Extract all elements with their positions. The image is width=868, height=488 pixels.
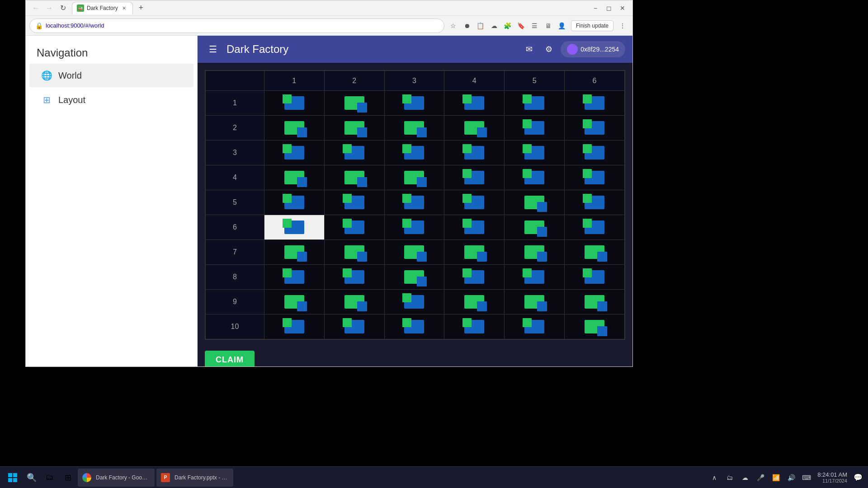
grid-cell-7-3[interactable]: [384, 240, 444, 265]
grid-cell-1-6[interactable]: [565, 91, 625, 116]
taskbar-mic-icon[interactable]: 🎤: [754, 471, 767, 484]
grid-cell-2-1[interactable]: [264, 116, 324, 141]
grid-cell-8-6[interactable]: [565, 265, 625, 290]
grid-cell-3-3[interactable]: [384, 141, 444, 165]
notification-button[interactable]: 💬: [852, 471, 864, 484]
toolbar-icon-5[interactable]: 🔖: [515, 19, 528, 32]
taskbar-cloud-icon[interactable]: ☁: [739, 471, 751, 484]
wallet-button[interactable]: 0x8f29...2254: [561, 41, 625, 57]
tab-close-button[interactable]: ✕: [121, 5, 128, 12]
grid-cell-6-4[interactable]: [444, 215, 505, 240]
restore-button[interactable]: ◻: [603, 2, 615, 14]
grid-cell-10-1[interactable]: [264, 314, 324, 339]
taskbar-clock[interactable]: 8:24:01 AM 11/17/2024: [816, 471, 849, 483]
grid-cell-9-6[interactable]: [565, 290, 625, 314]
taskbar-files-sys-icon[interactable]: 🗂: [723, 471, 736, 484]
grid-cell-9-5[interactable]: [505, 290, 565, 314]
grid-cell-3-4[interactable]: [444, 141, 505, 165]
grid-cell-9-3[interactable]: [384, 290, 444, 314]
taskbar-network-icon[interactable]: 📶: [769, 471, 782, 484]
taskbar-pptx-app[interactable]: P Dark Factory.pptx - Pow: [156, 469, 233, 487]
toolbar-icon-6[interactable]: ☰: [528, 19, 541, 32]
grid-cell-2-4[interactable]: [444, 116, 505, 141]
grid-cell-10-2[interactable]: [324, 314, 384, 339]
minimize-button[interactable]: −: [589, 2, 602, 14]
grid-cell-6-5[interactable]: [505, 215, 565, 240]
settings-button[interactable]: ⚙: [541, 41, 557, 57]
toolbar-icon-2[interactable]: 📋: [474, 19, 487, 32]
grid-cell-4-6[interactable]: [565, 165, 625, 190]
grid-cell-6-6[interactable]: [565, 215, 625, 240]
grid-cell-7-2[interactable]: [324, 240, 384, 265]
grid-cell-5-1[interactable]: [264, 190, 324, 215]
grid-cell-9-1[interactable]: [264, 290, 324, 314]
forward-button[interactable]: →: [43, 2, 56, 14]
grid-cell-5-3[interactable]: [384, 190, 444, 215]
claim-button[interactable]: CLAIM: [205, 351, 255, 366]
grid-cell-7-5[interactable]: [505, 240, 565, 265]
grid-cell-7-4[interactable]: [444, 240, 505, 265]
browser-tab[interactable]: 🏭 Dark Factory ✕: [72, 2, 133, 14]
grid-cell-8-1[interactable]: [264, 265, 324, 290]
taskbar-tasks-icon[interactable]: ⊞: [60, 469, 76, 486]
grid-cell-4-2[interactable]: [324, 165, 384, 190]
grid-cell-8-4[interactable]: [444, 265, 505, 290]
grid-cell-1-1[interactable]: [264, 91, 324, 116]
grid-cell-8-3[interactable]: [384, 265, 444, 290]
grid-cell-5-4[interactable]: [444, 190, 505, 215]
grid-cell-5-5[interactable]: [505, 190, 565, 215]
taskbar-files-icon[interactable]: 🗂: [42, 469, 58, 486]
grid-cell-6-1[interactable]: [264, 215, 324, 240]
toolbar-icon-7[interactable]: 🖥: [542, 19, 555, 32]
grid-cell-9-4[interactable]: [444, 290, 505, 314]
new-tab-button[interactable]: +: [135, 2, 147, 14]
profile-icon-btn[interactable]: 👤: [556, 19, 568, 32]
grid-cell-10-3[interactable]: [384, 314, 444, 339]
start-button[interactable]: [4, 469, 22, 487]
grid-cell-4-1[interactable]: [264, 165, 324, 190]
taskbar-sound-icon[interactable]: 🔊: [785, 471, 797, 484]
toolbar-icon-3[interactable]: ☁: [488, 19, 500, 32]
grid-cell-6-2[interactable]: [324, 215, 384, 240]
finish-update-button[interactable]: Finish update: [571, 20, 613, 31]
hamburger-button[interactable]: ☰: [205, 41, 221, 57]
grid-cell-1-2[interactable]: [324, 91, 384, 116]
grid-cell-6-3[interactable]: [384, 215, 444, 240]
grid-cell-2-3[interactable]: [384, 116, 444, 141]
email-button[interactable]: ✉: [521, 41, 537, 57]
grid-cell-3-5[interactable]: [505, 141, 565, 165]
grid-cell-5-6[interactable]: [565, 190, 625, 215]
grid-cell-4-3[interactable]: [384, 165, 444, 190]
grid-cell-9-2[interactable]: [324, 290, 384, 314]
grid-cell-4-5[interactable]: [505, 165, 565, 190]
grid-cell-10-6[interactable]: [565, 314, 625, 339]
toolbar-icon-1[interactable]: ⏺: [461, 19, 473, 32]
grid-cell-5-2[interactable]: [324, 190, 384, 215]
grid-cell-3-2[interactable]: [324, 141, 384, 165]
grid-cell-8-2[interactable]: [324, 265, 384, 290]
bookmark-button[interactable]: ☆: [447, 19, 460, 32]
address-bar[interactable]: 🔒 localhost:9000/#/world: [29, 19, 444, 33]
close-button[interactable]: ✕: [616, 2, 629, 14]
grid-cell-4-4[interactable]: [444, 165, 505, 190]
taskbar-up-icon[interactable]: ∧: [708, 471, 721, 484]
grid-cell-2-6[interactable]: [565, 116, 625, 141]
grid-cell-8-5[interactable]: [505, 265, 565, 290]
grid-cell-10-5[interactable]: [505, 314, 565, 339]
grid-cell-2-2[interactable]: [324, 116, 384, 141]
grid-cell-3-6[interactable]: [565, 141, 625, 165]
sidebar-item-layout[interactable]: ⊞ Layout: [29, 88, 193, 112]
sidebar-item-world[interactable]: 🌐 World: [29, 64, 193, 87]
grid-cell-1-5[interactable]: [505, 91, 565, 116]
grid-cell-3-1[interactable]: [264, 141, 324, 165]
more-options-button[interactable]: ⋮: [616, 19, 629, 32]
grid-cell-2-5[interactable]: [505, 116, 565, 141]
grid-cell-1-3[interactable]: [384, 91, 444, 116]
toolbar-icon-4[interactable]: 🧩: [501, 19, 514, 32]
grid-cell-7-1[interactable]: [264, 240, 324, 265]
taskbar-keyboard-icon[interactable]: ⌨: [800, 471, 813, 484]
grid-cell-10-4[interactable]: [444, 314, 505, 339]
taskbar-search-icon[interactable]: 🔍: [24, 469, 40, 486]
grid-cell-1-4[interactable]: [444, 91, 505, 116]
reload-button[interactable]: ↻: [57, 2, 69, 14]
